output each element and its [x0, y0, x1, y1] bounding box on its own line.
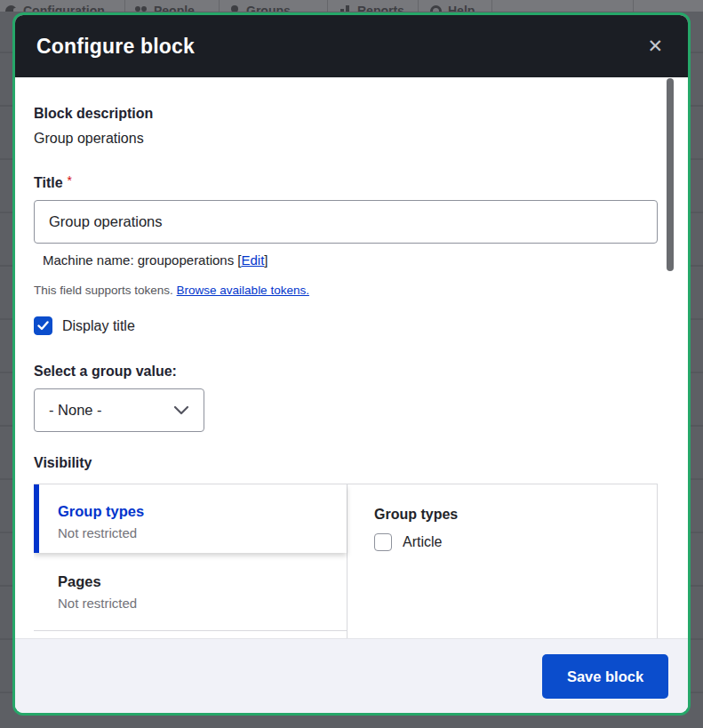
bar-chart-icon — [340, 5, 351, 12]
tokens-row: This field supports tokens. Browse avail… — [34, 282, 658, 299]
bracket: ] — [264, 252, 268, 268]
toolbar-item-configuration[interactable]: Configuration — [5, 4, 105, 12]
title-input[interactable] — [34, 200, 658, 244]
visibility-vertical-tabs: Group types Not restricted Pages Not res… — [34, 484, 658, 638]
block-description-label: Block description — [34, 104, 658, 124]
panel-heading: Group types — [374, 507, 657, 523]
select-selected-value: - None - — [49, 402, 102, 419]
toolbar-item-groups[interactable]: Groups — [229, 4, 291, 12]
tab-pages[interactable]: Pages Not restricted — [34, 553, 347, 631]
group-types-panel: Group types Article — [347, 484, 657, 638]
toolbar-divider — [124, 0, 125, 12]
help-icon — [430, 5, 442, 12]
toolbar-divider — [491, 0, 492, 12]
tokens-text: This field supports tokens. — [34, 284, 177, 297]
tab-group-types[interactable]: Group types Not restricted — [34, 484, 347, 553]
toolbar-item-label: People — [154, 4, 195, 12]
user-icon — [229, 5, 240, 12]
toolbar-item-label: Reports — [357, 4, 404, 12]
tab-label: Group types — [58, 501, 347, 521]
toolbar-item-label: Help — [448, 4, 475, 12]
block-description-value: Group operations — [34, 129, 658, 148]
article-checkbox[interactable] — [374, 533, 392, 551]
configure-block-dialog: Configure block ✕ Block description Grou… — [12, 12, 691, 716]
toolbar-divider — [418, 0, 419, 12]
block-description-group: Block description Group operations — [34, 104, 658, 148]
article-checkbox-row: Article — [374, 533, 657, 551]
people-icon — [135, 5, 148, 12]
admin-toolbar: Configuration People Groups Reports Help — [0, 0, 703, 12]
dialog-footer: Save block — [15, 639, 688, 713]
toolbar-divider — [633, 0, 634, 12]
machine-name-row: Machine name: groupoperations [Edit] — [34, 251, 658, 269]
tab-roles[interactable]: Roles — [34, 631, 347, 638]
title-label: Title — [34, 173, 63, 193]
article-checkbox-label: Article — [403, 534, 442, 550]
visibility-label: Visibility — [34, 453, 658, 473]
vertical-tabs-menu: Group types Not restricted Pages Not res… — [34, 484, 347, 638]
chevron-down-icon — [173, 402, 189, 419]
display-title-label: Display title — [62, 318, 135, 334]
toolbar-item-help[interactable]: Help — [430, 4, 475, 12]
required-asterisk: * — [68, 174, 72, 187]
dialog-title: Configure block — [36, 35, 195, 59]
toolbar-divider — [219, 0, 220, 12]
save-block-button[interactable]: Save block — [542, 654, 668, 699]
tab-summary: Not restricted — [58, 595, 347, 612]
tab-summary: Not restricted — [58, 524, 347, 542]
title-label-row: Title * — [34, 173, 658, 193]
machine-name-edit-link[interactable]: Edit — [242, 252, 265, 268]
toolbar-item-people[interactable]: People — [135, 4, 195, 12]
machine-name-value: groupoperations — [138, 252, 234, 268]
toolbar-item-label: Groups — [246, 4, 291, 12]
toolbar-item-reports[interactable]: Reports — [340, 4, 404, 12]
display-title-row: Display title — [34, 316, 658, 335]
group-value-label: Select a group value: — [34, 362, 658, 381]
tab-label: Pages — [58, 572, 347, 591]
dialog-body: Block description Group operations Title… — [15, 77, 688, 639]
scrollbar-thumb[interactable] — [667, 78, 674, 271]
machine-name-prefix: Machine name: — [43, 252, 138, 268]
wrench-icon — [5, 5, 17, 12]
group-value-select[interactable]: - None - — [34, 388, 204, 432]
browse-tokens-link[interactable]: Browse available tokens. — [177, 284, 309, 297]
display-title-checkbox[interactable] — [34, 316, 52, 335]
dialog-header: Configure block ✕ — [15, 15, 688, 77]
toolbar-item-label: Configuration — [23, 4, 105, 12]
bracket: [ — [234, 252, 241, 268]
close-icon[interactable]: ✕ — [643, 34, 667, 60]
toolbar-divider — [327, 0, 328, 12]
